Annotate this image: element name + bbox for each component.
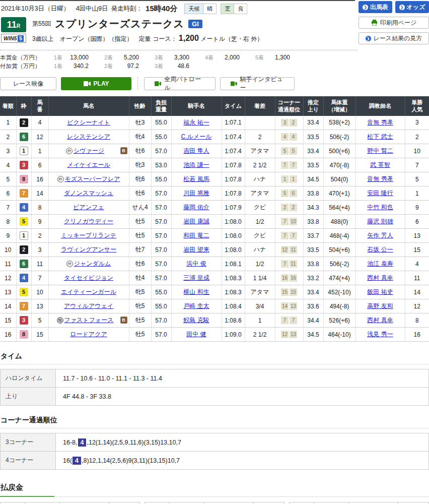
trainer-name-link[interactable]: 野中 賢二: [367, 147, 393, 154]
carried-weight: 55.0: [151, 130, 171, 144]
column-header: 馬 番: [31, 96, 48, 116]
play-button[interactable]: PLAY: [61, 77, 131, 90]
trainer-name-link[interactable]: 西村 真幸: [367, 317, 393, 324]
frame-number-badge: 1: [20, 147, 28, 155]
trainer-cell: 石坂 公一: [355, 243, 405, 257]
jockey-name-link[interactable]: 藤岡 佑介: [183, 204, 209, 211]
trainer-name-link[interactable]: 武 英智: [370, 161, 390, 168]
frame-cell: 5: [16, 285, 31, 299]
jockey-name-link[interactable]: C.ルメール: [181, 133, 212, 140]
trainer-cell: 音無 秀孝: [355, 172, 405, 186]
horse-name-link[interactable]: メイケイエール: [67, 161, 110, 168]
frame-cell: 7: [16, 186, 31, 201]
horse-number: 10: [31, 285, 48, 299]
trainer-name-link[interactable]: 石坂 公一: [367, 246, 393, 253]
corner-position-4: 7: [290, 161, 297, 169]
print-page-button[interactable]: 印刷用ページ: [359, 17, 429, 29]
trainer-name-link[interactable]: 音無 秀孝: [367, 119, 393, 126]
trainer-name-link[interactable]: 西村 真幸: [367, 274, 393, 281]
sex-age: 牡4: [129, 271, 151, 285]
last-3f-time: 33.6: [303, 299, 323, 313]
odds-button[interactable]: ❯ オッズ: [395, 1, 429, 13]
margin: アタマ: [245, 186, 275, 201]
jockey-name-link[interactable]: 浜中 俊: [186, 260, 206, 267]
trainer-name-link[interactable]: 安田 隆行: [367, 190, 393, 197]
finish-time: 1:07.8: [222, 172, 245, 186]
jockey-name-link[interactable]: 田中 健: [186, 331, 206, 338]
horse-name-link[interactable]: ダノンスマッシュ: [64, 190, 113, 197]
corner-positions: 711: [275, 257, 303, 271]
horse-name-link[interactable]: ロードアクア: [70, 331, 107, 338]
trainer-cell: 武 英智: [355, 158, 405, 172]
prize-main-label: 本賞金（万円）: [0, 54, 46, 61]
jockey-name-link[interactable]: 福永 祐一: [183, 119, 209, 126]
race-video-button[interactable]: レース映像: [0, 77, 56, 90]
frame-number-badge: 8: [20, 175, 28, 183]
jockey-name-link[interactable]: 川田 将雅: [183, 190, 209, 197]
trainer-name-link[interactable]: 松下 武士: [367, 133, 393, 140]
jockey-name-link[interactable]: 鮫島 克駿: [183, 317, 209, 324]
horse-name-link[interactable]: レシステンシア: [67, 133, 110, 140]
horse-name-link[interactable]: アウィルアウェイ: [64, 302, 113, 309]
jockey-name-link[interactable]: 池添 謙一: [183, 161, 209, 168]
horse-name-link[interactable]: モズスーパーフレア: [65, 175, 120, 182]
win-popularity: 2: [405, 130, 429, 144]
horse-name-link[interactable]: クリノガウディー: [64, 218, 113, 225]
jockey-name-link[interactable]: 和田 竜二: [183, 232, 209, 239]
trainer-name-link[interactable]: 飯田 祐史: [367, 288, 393, 295]
side-buttons-column: ❯ 出馬表 ❯ オッズ 印刷用ページ ❯ レース結果の見方: [359, 0, 429, 44]
trainer-name-link[interactable]: 高野 友和: [367, 302, 393, 309]
turf-box: 芝 良: [221, 4, 247, 14]
horse-name-link[interactable]: エイティーンガール: [61, 288, 116, 295]
margin: 3/4: [245, 299, 275, 313]
trainer-name-link[interactable]: 池江 泰寿: [367, 260, 393, 267]
horse-number: 5: [31, 313, 48, 328]
results-guide-button[interactable]: ❯ レース結果の見方: [359, 32, 429, 44]
finish-position: 15: [0, 313, 16, 328]
horse-name-link[interactable]: ファストフォース: [64, 317, 114, 324]
horse-name-link[interactable]: ピクシーナイト: [67, 119, 110, 126]
horse-weight: 494(-8): [323, 299, 355, 313]
patrol-video-button[interactable]: 全周パトロール: [144, 77, 216, 90]
jockey-name-link[interactable]: 戸崎 圭太: [183, 302, 209, 309]
jockey-name-link[interactable]: 三浦 皇成: [183, 274, 209, 281]
jockey-name-link[interactable]: 岩田 康誠: [183, 218, 209, 225]
horse-name-link[interactable]: ジャンダルム: [74, 260, 111, 267]
entries-button[interactable]: ❯ 出馬表: [359, 1, 392, 13]
jockey-cell: 池添 謙一: [171, 158, 222, 172]
corner-position-3: 2: [281, 204, 289, 211]
race-date: 2021年10月3日（日曜） 4回中山9日: [1, 5, 108, 13]
prize-place-label: 2着: [97, 62, 113, 70]
horse-name-link[interactable]: ビアンフェ: [73, 204, 104, 211]
corner-position-3: 5: [281, 147, 289, 155]
carried-weight: 55.0: [151, 116, 171, 130]
jockey-name-link[interactable]: 岩田 望来: [183, 246, 209, 253]
corner-position-3: 7: [281, 260, 289, 268]
corner-row: 4コーナー16(4,8)12,1,14(2,5,6)9(3,11)(13,15)…: [1, 452, 429, 470]
trainer-name-link[interactable]: 藤沢 則雄: [367, 218, 393, 225]
trainer-name-link[interactable]: 中竹 和也: [367, 204, 393, 211]
race-number-suffix: R: [17, 19, 20, 34]
prize-main-values: 1着13,0002着5,2003着3,3004着2,0005着1,300: [46, 54, 298, 61]
horse-name-link[interactable]: シヴァージ: [74, 147, 104, 154]
horse-name-link[interactable]: ミッキーブリランテ: [61, 232, 116, 239]
payout-table: 単勝4530円3番人気複勝4200円3番人気12160円2番人気1770円10番…: [0, 502, 140, 504]
bet-type-label: 単勝: [1, 502, 25, 504]
horse-name-link[interactable]: ラヴィングアンサー: [61, 246, 116, 253]
finish-position: 8: [0, 215, 16, 229]
weather-value: 晴: [203, 4, 216, 14]
trainer-name-link[interactable]: 音無 秀孝: [367, 175, 393, 182]
jockey-interview-button[interactable]: 騎手インタビュー: [220, 77, 295, 90]
trainer-cell: 西村 真幸: [355, 313, 405, 328]
trainer-name-link[interactable]: 浅見 秀一: [367, 331, 393, 338]
finish-time: 1:08.0: [222, 215, 245, 229]
margin: 2 1/2: [245, 158, 275, 172]
jockey-name-link[interactable]: 横山 和生: [183, 288, 209, 295]
frame-number-badge: 1: [20, 231, 28, 240]
jockey-name-link[interactable]: 松若 風馬: [183, 175, 209, 182]
horse-name-link[interactable]: タイセイビジョン: [64, 274, 113, 281]
horse-name-cell: クリノガウディー: [48, 215, 129, 229]
trainer-name-link[interactable]: 矢作 芳人: [367, 232, 393, 239]
jockey-name-link[interactable]: 吉田 隼人: [183, 147, 209, 154]
video-camera-icon: [84, 81, 91, 86]
